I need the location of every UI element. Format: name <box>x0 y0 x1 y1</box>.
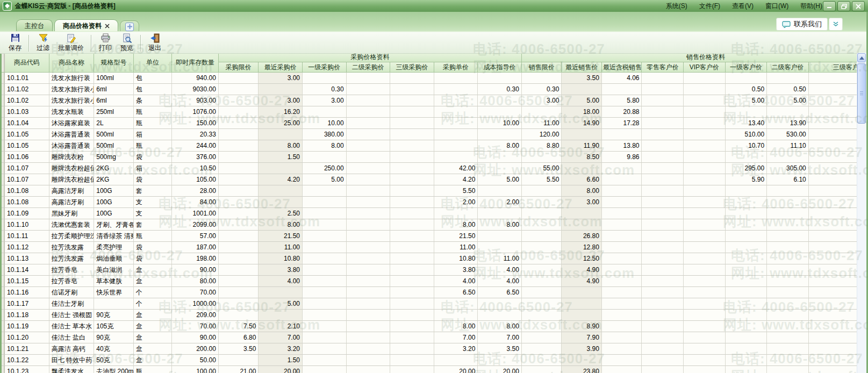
table-cell[interactable] <box>602 276 642 287</box>
table-cell[interactable] <box>522 208 562 219</box>
table-cell[interactable]: 20.00 <box>259 366 303 373</box>
table-cell[interactable] <box>726 73 767 84</box>
table-cell[interactable]: 10.1.02 <box>5 95 49 106</box>
table-cell[interactable]: 7.00 <box>434 332 478 343</box>
table-cell[interactable] <box>347 163 391 174</box>
table-cell[interactable] <box>347 276 391 287</box>
table-cell[interactable] <box>809 219 859 231</box>
table-cell[interactable] <box>562 298 602 310</box>
table-cell[interactable] <box>522 231 562 242</box>
table-cell[interactable]: 10.80 <box>259 253 303 264</box>
table-cell[interactable] <box>726 343 767 355</box>
table-cell[interactable] <box>303 219 347 231</box>
table-cell[interactable]: 10.1.01 <box>5 73 49 84</box>
table-cell[interactable] <box>390 298 434 310</box>
table-cell[interactable] <box>809 253 859 264</box>
scrollbar-thumb[interactable] <box>857 63 866 124</box>
table-cell[interactable] <box>602 242 642 253</box>
table-cell[interactable] <box>390 332 434 343</box>
table-cell[interactable] <box>767 321 809 332</box>
table-cell[interactable] <box>347 219 391 231</box>
table-cell[interactable]: 盒 <box>134 343 173 355</box>
table-cell[interactable]: 1076.00 <box>172 106 219 118</box>
table-cell[interactable]: 4.00 <box>478 276 522 287</box>
col-header[interactable]: 三级采购价 <box>390 62 434 73</box>
table-cell[interactable]: 23.80 <box>562 366 602 373</box>
table-cell[interactable]: 10.1.08 <box>5 197 49 208</box>
table-cell[interactable] <box>478 73 522 84</box>
table-cell[interactable]: 4.90 <box>562 264 602 276</box>
table-cell[interactable] <box>522 185 562 197</box>
table-cell[interactable] <box>347 310 391 321</box>
table-cell[interactable] <box>767 106 809 118</box>
table-cell[interactable] <box>478 355 522 366</box>
table-cell[interactable] <box>347 118 391 129</box>
table-cell[interactable] <box>434 298 478 310</box>
table-cell[interactable] <box>434 140 478 152</box>
table-cell[interactable] <box>303 264 347 276</box>
table-cell[interactable]: 8.00 <box>478 321 522 332</box>
table-cell[interactable] <box>642 298 684 310</box>
table-cell[interactable]: 10.80 <box>434 253 478 264</box>
table-cell[interactable] <box>642 163 684 174</box>
table-cell[interactable] <box>219 298 259 310</box>
table-cell[interactable]: 7.90 <box>562 332 602 343</box>
table-cell[interactable]: 拉芳香皂 <box>49 264 95 276</box>
table-cell[interactable] <box>767 366 809 373</box>
table-cell[interactable] <box>684 276 726 287</box>
table-cell[interactable]: 10.1.07 <box>5 163 49 174</box>
table-cell[interactable] <box>303 106 347 118</box>
table-cell[interactable] <box>347 242 391 253</box>
table-cell[interactable] <box>809 242 859 253</box>
table-cell[interactable]: 沐浴露家庭装 <box>49 118 95 129</box>
table-cell[interactable]: 55.00 <box>522 163 562 174</box>
table-cell[interactable] <box>642 197 684 208</box>
table-cell[interactable] <box>726 152 767 163</box>
table-cell[interactable] <box>219 152 259 163</box>
table-cell[interactable]: 10.1.17 <box>5 298 49 310</box>
table-cell[interactable] <box>478 185 522 197</box>
table-cell[interactable] <box>562 129 602 140</box>
table-cell[interactable]: 0.30 <box>478 84 522 95</box>
table-cell[interactable] <box>303 253 347 264</box>
table-cell[interactable] <box>642 106 684 118</box>
table-cell[interactable] <box>562 219 602 231</box>
table-cell[interactable] <box>390 73 434 84</box>
table-cell[interactable]: 6ml <box>94 84 134 95</box>
table-cell[interactable] <box>478 129 522 140</box>
table-cell[interactable]: 佳洁士 强根固 <box>49 310 95 321</box>
table-cell[interactable] <box>347 174 391 185</box>
table-cell[interactable]: 12.50 <box>562 253 602 264</box>
restore-button[interactable] <box>837 1 850 11</box>
table-cell[interactable] <box>303 366 347 373</box>
table-cell[interactable]: 8.50 <box>562 152 602 163</box>
table-cell[interactable] <box>219 129 259 140</box>
table-cell[interactable]: 530.00 <box>767 129 809 140</box>
table-cell[interactable] <box>602 163 642 174</box>
table-cell[interactable] <box>303 287 347 298</box>
table-cell[interactable]: 3.00 <box>562 197 602 208</box>
table-cell[interactable]: 9030.00 <box>172 84 219 95</box>
table-cell[interactable] <box>522 298 562 310</box>
table-cell[interactable] <box>219 140 259 152</box>
menu-file[interactable]: 文件(F) <box>694 1 726 12</box>
table-cell[interactable] <box>767 231 809 242</box>
table-cell[interactable] <box>259 84 303 95</box>
table-cell[interactable] <box>602 321 642 332</box>
col-header[interactable]: 零售客户价 <box>642 62 684 73</box>
table-cell[interactable]: 17.28 <box>602 118 642 129</box>
table-cell[interactable] <box>642 152 684 163</box>
table-cell[interactable] <box>347 298 391 310</box>
table-cell[interactable]: 10.1.22 <box>5 355 49 366</box>
table-cell[interactable] <box>562 208 602 219</box>
table-cell[interactable] <box>809 355 859 366</box>
table-cell[interactable] <box>767 152 809 163</box>
table-cell[interactable]: 盒 <box>134 310 173 321</box>
table-cell[interactable] <box>684 73 726 84</box>
new-tab-button[interactable] <box>120 20 139 32</box>
table-cell[interactable] <box>434 84 478 95</box>
table-cell[interactable] <box>726 242 767 253</box>
table-cell[interactable] <box>684 253 726 264</box>
table-cell[interactable]: 袋 <box>134 152 173 163</box>
table-cell[interactable]: 田七 特效中药 <box>49 355 95 366</box>
